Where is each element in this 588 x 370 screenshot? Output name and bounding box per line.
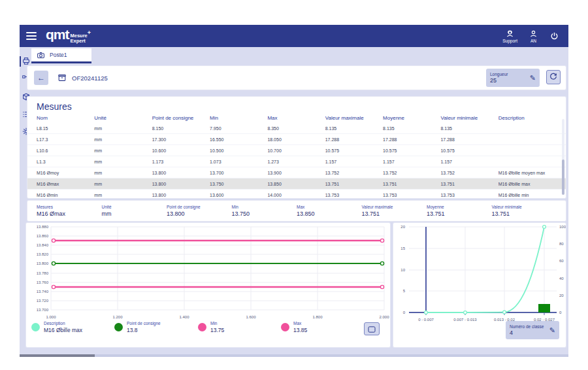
detail-label: Unité <box>102 205 167 209</box>
cell: 13.751 <box>440 178 498 189</box>
legend-description: DescriptionM16 Øbille max <box>31 321 82 333</box>
edit-pencil-icon[interactable]: ✎ <box>530 74 536 82</box>
cell: mm <box>94 156 152 167</box>
legend-value: M16 Øbille max <box>44 327 82 333</box>
order-box-icon <box>57 73 67 82</box>
cell: 14.000 <box>267 190 325 198</box>
cell: 10.500 <box>210 145 267 156</box>
left-tick: 20 <box>400 225 405 229</box>
cell: 8.150 <box>152 123 210 133</box>
cell: 18.050 <box>267 134 325 144</box>
legend-dot-pink <box>281 323 289 331</box>
legend-setpoint: Point de consigne13.8 <box>114 321 161 333</box>
legend-dot-green <box>114 323 123 331</box>
table-row[interactable]: L17.3mm17.30016.55018.05017.28817.28817.… <box>27 134 566 145</box>
col-consigne: Point de consigne <box>152 113 210 123</box>
cell: 13.753 <box>440 190 498 198</box>
refresh-button[interactable] <box>546 70 561 84</box>
y-tick: 13.820 <box>37 252 49 256</box>
table-row[interactable]: L10.6mm10.60010.50010.70010.57510.57510.… <box>27 145 566 156</box>
legend-value: 13.85 <box>293 327 307 333</box>
cell: 13.753 <box>383 190 440 198</box>
col-description: Description <box>498 113 557 123</box>
detail-field: Point de consigne13.800 <box>167 205 232 217</box>
cell: 17.288 <box>383 134 440 144</box>
cell: 8.135 <box>383 123 440 133</box>
cell: 7.950 <box>210 123 267 133</box>
right-tick: 100 <box>559 225 566 229</box>
user-icon <box>529 29 538 38</box>
support-button[interactable]: Support <box>502 29 517 43</box>
cell: mm <box>94 167 152 178</box>
power-icon[interactable] <box>549 31 559 41</box>
cell: 13.751 <box>325 178 383 189</box>
cell: 13.700 <box>210 167 267 178</box>
right-tick: 40 <box>559 277 564 280</box>
table-header-row: Nom Unité Point de consigne Min Max Vale… <box>27 113 566 123</box>
y-tick: 13.860 <box>37 234 49 238</box>
cell: mm <box>94 134 152 144</box>
table-row[interactable]: M16 Øminmm13.80013.60014.00013.75313.753… <box>27 190 566 198</box>
detail-field: MesuresM16 Ømax <box>37 205 102 217</box>
table-scrollbar-thumb[interactable] <box>562 160 564 195</box>
table-row[interactable]: L8.15mm8.1507.9508.3508.1358.1358.135 <box>27 123 566 134</box>
cell: 17.288 <box>325 134 383 144</box>
sidebar-item-print[interactable] <box>22 56 32 67</box>
table-row[interactable]: L1.3mm1.1731.0731.2731.1571.1571.157 <box>27 156 566 167</box>
user-button[interactable]: AN <box>529 29 538 43</box>
measure-trend-chart: 13.880 13.860 13.840 13.820 13.800 13.78… <box>26 223 390 347</box>
detail-label: Point de consigne <box>167 205 232 209</box>
support-label: Support <box>502 39 517 43</box>
x-tick: 1.800 <box>312 315 323 319</box>
cell: 1.157 <box>383 156 440 167</box>
col-unite: Unité <box>94 113 152 123</box>
cell: M16 Ømax <box>37 178 94 189</box>
cell: M16 Ømin <box>37 190 94 198</box>
detail-value: 13.751 <box>492 210 557 217</box>
app-header: qmt Mesure+ Expert Support AN <box>20 25 568 47</box>
sidebar-active-indicator <box>20 56 21 67</box>
table-row-selected[interactable]: M16 Ømaxmm13.80013.75013.85013.75113.751… <box>27 178 566 190</box>
headset-icon <box>506 29 514 38</box>
legend-label: Min <box>210 321 224 326</box>
legend-dot-mint <box>31 323 40 331</box>
menu-icon[interactable] <box>26 32 37 40</box>
edit-pencil-icon[interactable]: ✎ <box>549 326 555 335</box>
logo-plus: + <box>88 29 91 36</box>
table-scrollbar[interactable] <box>562 119 564 195</box>
length-field[interactable]: Longueur 25 ✎ <box>486 69 540 87</box>
tab-poste1[interactable]: Poste1 <box>31 48 91 63</box>
cell: mm <box>94 190 152 198</box>
x-tick: 1.600 <box>246 315 256 319</box>
cell: 8.350 <box>267 123 325 133</box>
right-tick: 20 <box>559 294 564 297</box>
legend-label: Max <box>293 321 307 326</box>
cell: L10.6 <box>37 145 94 156</box>
x-tick: 1.200 <box>112 315 123 319</box>
category-label: 0.007 - 0.013 <box>453 318 477 322</box>
cell: 10.600 <box>152 145 210 156</box>
cell <box>498 123 557 133</box>
camera-icon <box>37 51 45 59</box>
table-row[interactable]: M16 Ømoymm13.80013.70013.90013.75213.752… <box>27 167 566 178</box>
cell: 13.900 <box>267 167 325 178</box>
cell: M16 Øbille max <box>498 178 557 189</box>
cell: 13.800 <box>152 167 210 178</box>
expand-chart-button[interactable] <box>364 322 380 335</box>
y-tick: 13.740 <box>37 290 49 294</box>
legend-min: Min13.75 <box>198 321 224 333</box>
setpoint-line <box>52 261 384 265</box>
table-title: Mesures <box>37 101 566 112</box>
cell: 8.135 <box>325 123 383 133</box>
cell: L8.15 <box>37 123 94 133</box>
cell: 10.575 <box>383 145 440 156</box>
horizontal-scrollbar[interactable] <box>20 354 568 357</box>
cell: 8.135 <box>440 123 498 133</box>
detail-label: Valeur maximale <box>362 205 427 209</box>
back-button[interactable]: ← <box>34 71 48 85</box>
col-moyenne: Moyenne <box>383 113 440 123</box>
class-number-field[interactable]: Numéro de classe 4 ✎ <box>506 321 559 339</box>
selected-measure-summary: MesuresM16 Ømax Unitémm Point de consign… <box>27 201 566 221</box>
detail-value: mm <box>102 210 167 217</box>
horizontal-scrollbar-thumb[interactable] <box>20 354 95 357</box>
